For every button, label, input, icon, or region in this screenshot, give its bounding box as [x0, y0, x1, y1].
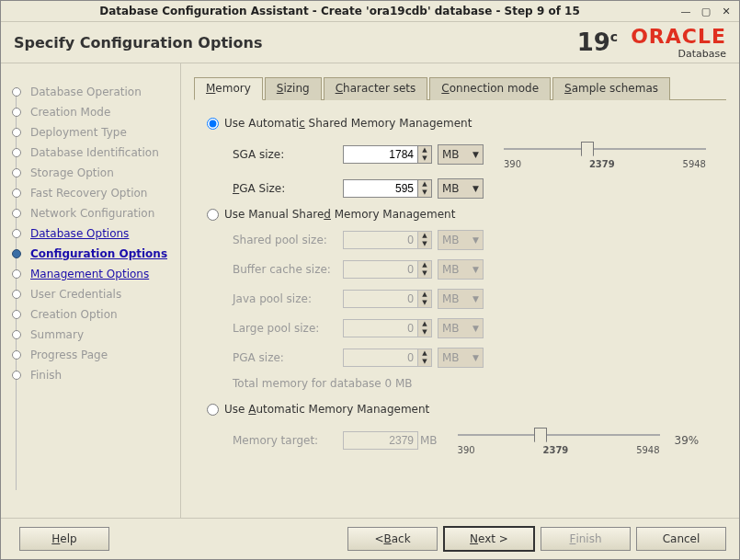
large-pool-label: Large pool size: — [233, 322, 343, 335]
target-unit: MB — [420, 434, 438, 447]
sga-spinner[interactable]: ▲▼ — [343, 145, 432, 164]
step-label: Deployment Type — [30, 126, 127, 139]
sidebar-step-2: Deployment Type — [12, 122, 173, 143]
down-icon[interactable]: ▼ — [418, 154, 431, 163]
chevron-down-icon: ▼ — [472, 294, 479, 303]
footer: Help < Back Next > Finish Cancel — [1, 518, 739, 559]
sidebar-step-4: Storage Option — [12, 163, 173, 183]
opt-manual-row[interactable]: Use Manual Shared Memory Management — [207, 208, 721, 221]
sga-unit-select[interactable]: MB▼ — [438, 144, 484, 165]
step-dot-icon — [12, 310, 21, 319]
opt-asmm-radio[interactable] — [207, 118, 219, 130]
step-dot-icon — [12, 148, 21, 157]
step-dot-icon — [12, 87, 21, 97]
step-label: Database Options — [30, 227, 129, 240]
up-icon: ▲ — [418, 261, 431, 269]
sidebar-step-1: Creation Mode — [12, 102, 173, 122]
chevron-down-icon: ▼ — [472, 265, 479, 274]
header: Specify Configuration Options 19c ORACLE… — [1, 22, 739, 63]
sga-spin-buttons[interactable]: ▲▼ — [417, 145, 432, 164]
buffer-cache-spin-buttons: ▲▼ — [417, 260, 432, 279]
opt-amm-row[interactable]: Use Automatic Memory Management — [207, 403, 721, 416]
step-label: Creation Mode — [30, 106, 110, 119]
window: Database Configuration Assistant - Creat… — [0, 0, 740, 560]
minimize-button[interactable]: — — [678, 5, 693, 17]
cancel-button[interactable]: Cancel — [636, 527, 726, 551]
sidebar-step-8[interactable]: Configuration Options — [12, 244, 173, 264]
step-dot-icon — [12, 108, 21, 117]
step-dot-icon — [12, 249, 21, 258]
maximize-button[interactable]: ▢ — [699, 5, 713, 17]
sidebar-step-9[interactable]: Management Options — [12, 264, 173, 284]
opt-amm-radio[interactable] — [207, 404, 219, 416]
pga-spin-buttons[interactable]: ▲▼ — [417, 179, 432, 198]
pga-unit-select[interactable]: MB▼ — [438, 178, 484, 199]
step-label: Summary — [30, 328, 84, 341]
back-button[interactable]: < Back — [347, 527, 438, 551]
step-label: Database Operation — [30, 86, 142, 98]
wizard-sidebar: Database OperationCreation ModeDeploymen… — [1, 63, 181, 518]
step-label: User Credentials — [30, 288, 121, 301]
shared-pool-unit-select: MB▼ — [438, 230, 484, 250]
down-icon: ▼ — [418, 299, 431, 307]
tab-connection-mode[interactable]: Connection mode — [429, 77, 551, 100]
finish-button: Finish — [541, 527, 631, 551]
target-pct: 39% — [675, 434, 700, 447]
step-dot-icon — [12, 168, 21, 177]
tab-memory-panel: Use Automatic Shared Memory Management S… — [194, 100, 726, 518]
step-dot-icon — [12, 350, 21, 360]
target-label: Memory target: — [233, 434, 343, 447]
shared-pool-input — [343, 231, 417, 249]
opt-asmm-row[interactable]: Use Automatic Shared Memory Management — [207, 117, 721, 130]
sidebar-step-5: Fast Recovery Option — [12, 183, 173, 203]
pga-spinner[interactable]: ▲▼ — [343, 179, 432, 198]
java-pool-label: Java pool size: — [233, 292, 343, 305]
tab-sizing[interactable]: Sizing — [265, 77, 322, 100]
chevron-down-icon: ▼ — [472, 150, 479, 159]
slider-thumb[interactable] — [581, 142, 594, 156]
manual-pga-input — [343, 349, 417, 367]
target-input-wrap — [343, 431, 418, 450]
slider-thumb[interactable] — [534, 428, 547, 442]
up-icon[interactable]: ▲ — [418, 180, 431, 189]
help-button[interactable]: Help — [19, 527, 109, 551]
step-label: Management Options — [30, 268, 149, 280]
down-icon: ▼ — [418, 358, 431, 366]
sga-input[interactable] — [343, 145, 417, 164]
target-slider[interactable]: 39023795948 — [458, 425, 660, 455]
sidebar-step-7[interactable]: Database Options — [12, 223, 173, 244]
down-icon: ▼ — [418, 328, 431, 337]
version-number: 19c — [577, 29, 619, 56]
sidebar-step-12: Summary — [12, 325, 173, 345]
tab-character-sets[interactable]: Character sets — [324, 77, 428, 100]
down-icon: ▼ — [418, 269, 431, 278]
next-button[interactable]: Next > — [443, 526, 535, 552]
page-title: Specify Configuration Options — [14, 34, 262, 51]
window-title: Database Configuration Assistant - Creat… — [6, 5, 673, 17]
chevron-down-icon: ▼ — [472, 324, 479, 333]
chevron-down-icon: ▼ — [472, 353, 479, 362]
opt-asmm-label: Use Automatic Shared Memory Management — [224, 117, 472, 130]
step-label: Progress Page — [30, 349, 108, 361]
memory-slider[interactable]: 39023795948 — [504, 139, 706, 169]
total-memory-label: Total memory for database 0 MB — [233, 377, 721, 390]
tab-sample-schemas[interactable]: Sample schemas — [552, 77, 670, 100]
up-icon: ▲ — [418, 349, 431, 358]
large-pool-unit-select: MB▼ — [438, 318, 484, 338]
pga-input[interactable] — [343, 179, 417, 198]
step-dot-icon — [12, 209, 21, 218]
opt-manual-radio[interactable] — [207, 209, 219, 221]
close-button[interactable]: ✕ — [719, 5, 734, 17]
pga-row: PGA Size: ▲▼ MB▼ — [233, 178, 721, 199]
sga-row: SGA size: ▲▼ MB▼ 39023795948 — [233, 139, 721, 169]
step-dot-icon — [12, 229, 21, 238]
chevron-down-icon: ▼ — [472, 235, 479, 245]
up-icon: ▲ — [418, 232, 431, 240]
down-icon[interactable]: ▼ — [418, 189, 431, 197]
opt-amm-label: Use Automatic Memory Management — [224, 403, 429, 416]
manual-pga-spinner: ▲▼ — [343, 349, 432, 367]
up-icon[interactable]: ▲ — [418, 146, 431, 154]
brand-sub: Database — [678, 48, 727, 60]
java-pool-input — [343, 290, 417, 308]
tab-memory[interactable]: Memory — [194, 77, 263, 100]
